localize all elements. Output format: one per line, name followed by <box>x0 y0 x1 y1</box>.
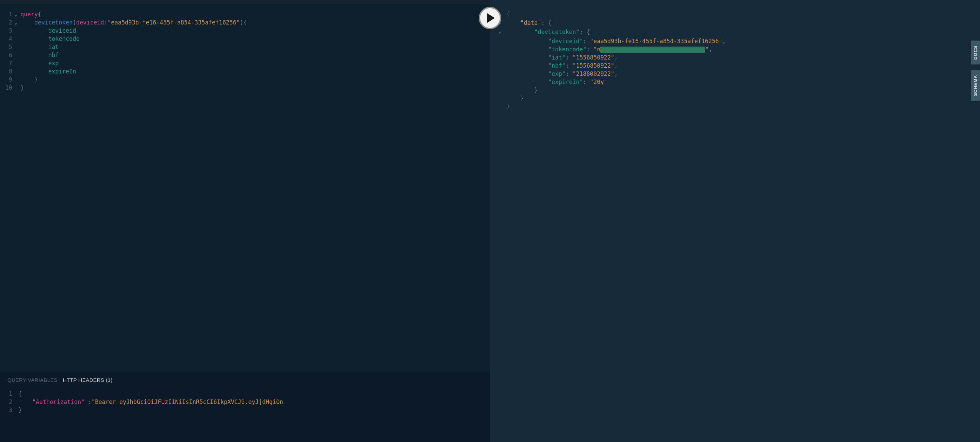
tab-http-headers[interactable]: HTTP HEADERS (1) <box>63 377 113 383</box>
result-viewer[interactable]: ▼{▼ "data": {▼ "devicetoken": { "devicei… <box>490 0 980 111</box>
docs-tab[interactable]: DOCS <box>971 41 980 65</box>
tab-query-variables[interactable]: QUERY VARIABLES <box>8 377 57 383</box>
query-code[interactable]: query{ devicetoken(deviceid:"eaa5d93b-fe… <box>14 10 490 372</box>
play-icon <box>487 13 495 23</box>
query-gutter: 1▼2▼345678910 <box>0 10 14 372</box>
graphql-playground: 1▼2▼345678910 query{ devicetoken(devicei… <box>0 0 980 442</box>
topbar-strip <box>0 0 490 4</box>
schema-tab[interactable]: SCHEMA <box>971 70 980 101</box>
bottom-tabs: QUERY VARIABLES HTTP HEADERS (1) <box>0 372 490 386</box>
execute-button[interactable] <box>479 7 501 29</box>
fold-icon[interactable]: ▼ <box>14 12 17 21</box>
fold-icon[interactable]: ▼ <box>14 21 17 29</box>
headers-editor[interactable]: 123 { "Authorization" :"Bearer eyJhbGciO… <box>0 386 490 414</box>
redacted-token <box>600 47 705 53</box>
left-pane: 1▼2▼345678910 query{ devicetoken(devicei… <box>0 0 490 442</box>
headers-code[interactable]: { "Authorization" :"Bearer eyJhbGciOiJFU… <box>14 390 490 414</box>
fold-icon[interactable]: ▼ <box>498 31 501 35</box>
bottom-panel: QUERY VARIABLES HTTP HEADERS (1) 123 { "… <box>0 372 490 442</box>
headers-gutter: 123 <box>0 390 14 414</box>
query-editor[interactable]: 1▼2▼345678910 query{ devicetoken(devicei… <box>0 4 490 372</box>
right-pane: ▼{▼ "data": {▼ "devicetoken": { "devicei… <box>490 0 980 442</box>
side-tabs: DOCS SCHEMA <box>971 41 980 101</box>
